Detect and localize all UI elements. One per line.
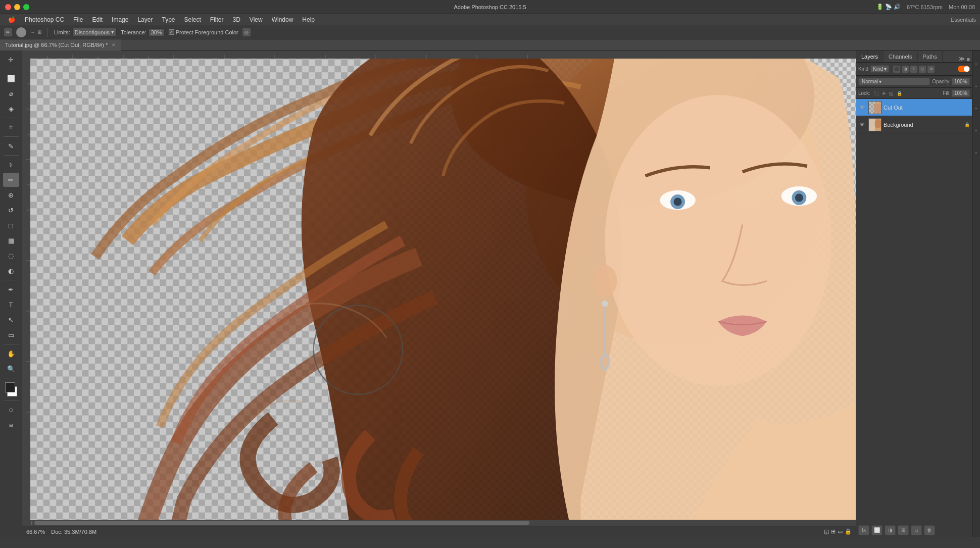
- tab-channels[interactable]: Channels: [884, 51, 917, 62]
- fill-value[interactable]: 100%: [952, 89, 970, 97]
- menu-view[interactable]: View: [246, 15, 267, 24]
- svg-point-52: [874, 119, 881, 128]
- layer-eye-cut-out[interactable]: 👁: [858, 104, 866, 112]
- filter-type-icon[interactable]: T: [910, 66, 917, 73]
- panel-menu-btn[interactable]: ≫ ≡: [959, 56, 972, 62]
- blur-tool[interactable]: ◌: [3, 248, 19, 263]
- maximize-button[interactable]: [23, 4, 29, 10]
- document-tab[interactable]: Tutorial.jpg @ 66.7% (Cut Out, RGB/8#) *…: [0, 39, 121, 51]
- pen-tool[interactable]: ✒: [3, 282, 19, 296]
- color-swatches[interactable]: [4, 382, 18, 396]
- path-select-tool[interactable]: ↖: [3, 313, 19, 327]
- group-button[interactable]: ⊞: [898, 525, 909, 535]
- menu-file[interactable]: File: [69, 15, 87, 24]
- titlebar-title: Adobe Photoshop CC 2015.5: [454, 4, 526, 10]
- tab-layers[interactable]: Layers: [856, 51, 884, 62]
- panel-menu-icon[interactable]: ≡: [967, 56, 970, 62]
- lock-pixels-icon[interactable]: ⬛: [873, 91, 879, 96]
- canvas-area[interactable]: 66.67% Doc: 35.3M/70.8M ◱ ⊞ ▭ 🔒: [22, 51, 856, 537]
- fill-control[interactable]: Fill: 100%: [943, 89, 970, 97]
- tab-paths[interactable]: Paths: [918, 51, 943, 62]
- menu-filter[interactable]: Filter: [206, 15, 228, 24]
- limits-control[interactable]: Limits: Discontiguous ▾: [54, 28, 117, 36]
- screen-mode-button[interactable]: ⊞: [3, 418, 19, 432]
- svg-point-40: [602, 301, 608, 307]
- rectangle-tool[interactable]: ▭: [3, 328, 19, 342]
- ruler-marks-top: [22, 51, 856, 59]
- adjustment-button[interactable]: ◑: [885, 525, 896, 535]
- filter-type-dropdown[interactable]: Kind ▾: [870, 65, 889, 73]
- menu-edit[interactable]: Edit: [88, 15, 107, 24]
- panel-collapse-icon[interactable]: ≫: [959, 56, 965, 62]
- clone-stamp-tool[interactable]: ⊕: [3, 188, 19, 202]
- filter-shape-icon[interactable]: ◇: [919, 66, 926, 73]
- zoom-tool[interactable]: 🔍: [3, 362, 19, 376]
- type-tool[interactable]: T: [3, 297, 19, 312]
- protect-fg-control[interactable]: ✓ Protect Foreground Color: [169, 29, 238, 35]
- dodge-tool[interactable]: ◐: [3, 264, 19, 278]
- marquee-tool[interactable]: ⬜: [3, 71, 19, 85]
- menu-photoshop[interactable]: Photoshop CC: [21, 15, 68, 24]
- quick-mask-button[interactable]: ⬡: [3, 403, 19, 417]
- eraser-tool[interactable]: ◻: [3, 218, 19, 232]
- menu-select[interactable]: Select: [180, 15, 205, 24]
- menu-type[interactable]: Type: [158, 15, 179, 24]
- essentials-button[interactable]: Essentials: [951, 17, 976, 23]
- document-tab-close[interactable]: ✕: [112, 42, 116, 47]
- limits-dropdown[interactable]: Discontiguous ▾: [72, 28, 117, 36]
- menu-image[interactable]: Image: [108, 15, 132, 24]
- menu-3d[interactable]: 3D: [229, 15, 244, 24]
- history-brush-tool[interactable]: ↺: [3, 203, 19, 217]
- opacity-control[interactable]: Opacity: 100%: [932, 78, 970, 85]
- properties-panel-btn[interactable]: ▪: [973, 54, 980, 74]
- delete-layer-button[interactable]: 🗑: [924, 525, 935, 535]
- filter-smart-icon[interactable]: ⊛: [927, 66, 935, 73]
- lock-artboard-icon[interactable]: ◱: [889, 91, 894, 96]
- new-layer-button[interactable]: □: [911, 525, 922, 535]
- tolerance-dropdown[interactable]: 30%: [149, 28, 165, 36]
- quick-select-tool[interactable]: ◈: [3, 102, 19, 116]
- lock-position-icon[interactable]: ✛: [882, 91, 886, 96]
- styles-panel-btn[interactable]: ▪: [973, 98, 980, 118]
- apple-menu[interactable]: 🍎: [4, 15, 20, 24]
- lock-all-icon[interactable]: 🔒: [897, 91, 902, 96]
- brush-tool[interactable]: ✏: [3, 173, 19, 187]
- filter-toggle[interactable]: [958, 66, 970, 72]
- left-toolbar: ✛ ⬜ ⌀ ◈ ⌗ ✎ ⚕ ✏ ⊕ ↺ ◻ ▦ ◌ ◐ ✒ T ↖ ▭ ✋ 🔍 …: [0, 51, 22, 537]
- hand-tool[interactable]: ✋: [3, 346, 19, 361]
- menu-help[interactable]: Help: [298, 15, 319, 24]
- brush-size-control[interactable]: [16, 27, 26, 37]
- protect-fg-checkbox[interactable]: ✓: [169, 29, 174, 35]
- filter-pixel-icon[interactable]: ⬛: [893, 66, 900, 73]
- history-panel-btn[interactable]: ▪: [973, 120, 980, 140]
- blend-mode-dropdown[interactable]: Normal ▾: [858, 78, 930, 85]
- move-tool[interactable]: ✛: [3, 53, 19, 67]
- crop-tool[interactable]: ⌗: [3, 120, 19, 134]
- gradient-tool[interactable]: ▦: [3, 233, 19, 247]
- menu-window[interactable]: Window: [268, 15, 298, 24]
- opacity-value[interactable]: 100%: [952, 78, 970, 85]
- eyedropper-tool[interactable]: ✎: [3, 139, 19, 153]
- scroll-left-btn[interactable]: [31, 521, 32, 525]
- h-scrollbar[interactable]: [30, 520, 856, 526]
- layer-eye-background[interactable]: 👁: [858, 121, 866, 129]
- close-button[interactable]: [5, 4, 11, 10]
- filter-adjustment-icon[interactable]: ◑: [902, 66, 909, 73]
- canvas-container[interactable]: [30, 59, 856, 520]
- add-mask-button[interactable]: ⬜: [871, 525, 883, 535]
- filter-toggle-knob: [964, 66, 969, 72]
- h-scroll-thumb[interactable]: [34, 521, 529, 525]
- menu-layer[interactable]: Layer: [133, 15, 157, 24]
- layer-item-background[interactable]: 👁 Background 🔒: [856, 116, 972, 133]
- adjustments-panel-btn[interactable]: ▪: [973, 76, 980, 96]
- healing-brush-tool[interactable]: ⚕: [3, 158, 19, 172]
- tolerance-control[interactable]: Tolerance: 30%: [121, 28, 165, 36]
- actions-panel-btn[interactable]: ▪: [973, 142, 980, 163]
- minimize-button[interactable]: [14, 4, 20, 10]
- lasso-tool[interactable]: ⌀: [3, 86, 19, 101]
- fx-button[interactable]: fx: [858, 525, 869, 535]
- tool-separator-2: [4, 118, 19, 118]
- foreground-color[interactable]: [5, 382, 15, 392]
- layer-item-cut-out[interactable]: 👁: [856, 99, 972, 116]
- traffic-lights[interactable]: [5, 4, 29, 10]
